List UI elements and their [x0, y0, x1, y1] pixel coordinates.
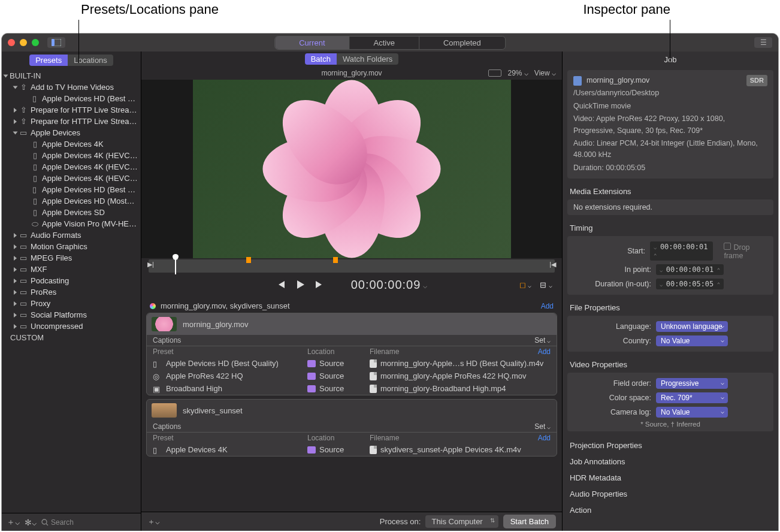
toggle-sidebar-button[interactable]: [47, 37, 65, 48]
preset-ad4khevc2[interactable]: ▯Apple Devices 4K (HEVC…: [2, 161, 141, 173]
section-action[interactable]: Action: [563, 502, 778, 518]
view-menu[interactable]: View ⌵: [534, 69, 556, 77]
group-uncomp[interactable]: ▭Uncompressed: [2, 321, 141, 332]
tab-presets[interactable]: Presets: [29, 55, 68, 66]
tab-batch[interactable]: Batch: [305, 53, 337, 65]
add-preset-button[interactable]: ＋⌵: [7, 517, 20, 528]
start-value[interactable]: 00:00:00:01: [650, 241, 713, 261]
add-job-link[interactable]: Add: [541, 302, 554, 310]
group-custom[interactable]: CUSTOM: [2, 332, 141, 343]
folder-icon: [307, 373, 316, 380]
job-card[interactable]: morning_glory.mov CaptionsSet Preset Loc…: [146, 313, 557, 395]
job-title-row[interactable]: morning_glory.mov: [147, 313, 557, 335]
inpoint-value[interactable]: 00:00:00:01: [656, 264, 724, 275]
group-audio[interactable]: ▭Audio Formats: [2, 229, 141, 241]
language-select[interactable]: Unknown language: [656, 321, 728, 332]
add-output-link[interactable]: Add: [538, 434, 551, 442]
output-row[interactable]: ▯Apple Devices HD (Best Quality) Source …: [147, 357, 557, 370]
caption-menu-button[interactable]: ⊟ ⌵: [540, 280, 552, 289]
transport-bar: 00:00:00:09⌵ ◻ ⌵ ⊟ ⌵: [141, 273, 562, 297]
preset-ad4k[interactable]: ▯Apple Devices 4K: [2, 138, 141, 150]
group-prores[interactable]: ▭ProRes: [2, 286, 141, 298]
group-social[interactable]: ▭Social Platforms: [2, 309, 141, 321]
duration-value[interactable]: 00:00:05:05: [656, 279, 724, 289]
search-input[interactable]: Search: [41, 518, 136, 527]
preset-adhdbest[interactable]: ▯Apple Devices HD (Best Q…: [2, 184, 141, 195]
section-job-annotations[interactable]: Job Annotations: [563, 454, 778, 470]
preset-add-tv-hd[interactable]: ▯Apple Devices HD (Best Q…: [2, 93, 141, 104]
search-placeholder: Search: [51, 518, 74, 527]
batch-title: morning_glory.mov, skydivers_sunset: [161, 301, 290, 310]
process-on-select[interactable]: This Computer: [425, 515, 498, 528]
section-file-properties[interactable]: File Properties: [563, 301, 778, 315]
captions-set-menu[interactable]: Set: [534, 336, 551, 344]
minimize-icon[interactable]: [20, 39, 27, 46]
group-mxf[interactable]: ▭MXF: [2, 264, 141, 275]
drop-frame-checkbox[interactable]: [724, 243, 731, 250]
job-title-row[interactable]: skydivers_sunset: [147, 400, 557, 421]
section-hdr-metadata[interactable]: HDR Metadata: [563, 470, 778, 486]
tab-completed[interactable]: Completed: [419, 37, 505, 49]
camera-log-select[interactable]: No Value: [656, 407, 728, 418]
preview-viewport[interactable]: [141, 80, 562, 258]
group-podcasting[interactable]: ▭Podcasting: [2, 275, 141, 286]
add-batch-button[interactable]: ＋⌵: [147, 516, 160, 527]
preset-ad4khevc1[interactable]: ▯Apple Devices 4K (HEVC…: [2, 150, 141, 161]
group-proxy[interactable]: ▭Proxy: [2, 298, 141, 309]
prores-icon: ◎: [153, 372, 161, 380]
output-row[interactable]: ◎Apple ProRes 422 HQ Source morning_glor…: [147, 370, 557, 382]
out-point-icon[interactable]: |◀: [549, 261, 556, 268]
preset-adsd[interactable]: ▯Apple Devices SD: [2, 207, 141, 218]
job-card[interactable]: skydivers_sunset CaptionsSet Preset Loca…: [146, 399, 557, 457]
preset-avp[interactable]: ⬭Apple Vision Pro (MV-HE…: [2, 218, 141, 229]
group-motion[interactable]: ▭Motion Graphics: [2, 241, 141, 252]
playhead[interactable]: [175, 258, 176, 274]
tab-current[interactable]: Current: [275, 37, 349, 49]
annotation-right: Inspector pane: [583, 2, 670, 17]
toggle-inspector-button[interactable]: ☰: [754, 37, 772, 48]
tab-locations[interactable]: Locations: [68, 55, 113, 66]
compare-icon[interactable]: [488, 69, 501, 77]
preset-http1[interactable]: ⇧Prepare for HTTP Live Strea…: [2, 104, 141, 116]
section-video-properties[interactable]: Video Properties: [563, 358, 778, 371]
add-output-link[interactable]: Add: [538, 347, 551, 356]
timecode-display[interactable]: 00:00:00:09⌵: [351, 277, 428, 292]
folder-icon: ▭: [19, 311, 28, 319]
mp4-icon: ▣: [153, 385, 161, 393]
preset-adhdmost[interactable]: ▯Apple Devices HD (Most…: [2, 195, 141, 207]
preset-ad4khevc3[interactable]: ▯Apple Devices 4K (HEVC…: [2, 173, 141, 184]
country-select[interactable]: No Value: [656, 335, 728, 346]
tab-watch-folders[interactable]: Watch Folders: [337, 53, 398, 65]
group-apple-devices[interactable]: ▭Apple Devices: [2, 127, 141, 138]
section-audio-properties[interactable]: Audio Properties: [563, 486, 778, 502]
file-video: Video: Apple ProRes 422 Proxy, 1920 x 10…: [573, 113, 767, 137]
field-order-select[interactable]: Progressive: [656, 378, 728, 389]
group-built-in[interactable]: BUILT-IN: [2, 70, 141, 81]
marker-icon[interactable]: [246, 257, 251, 263]
zoom-icon[interactable]: [32, 39, 39, 46]
zoom-menu[interactable]: 29% ⌵: [507, 69, 528, 77]
preset-action-button[interactable]: ✻⌵: [25, 518, 37, 527]
timeline-scrubber[interactable]: ▶| |◀: [149, 259, 555, 273]
tab-active[interactable]: Active: [350, 37, 419, 49]
color-space-select[interactable]: Rec. 709*: [656, 392, 728, 403]
marker-menu-button[interactable]: ◻ ⌵: [519, 280, 532, 289]
output-row[interactable]: ▣Broadband High Source morning_glory-Bro…: [147, 382, 557, 395]
play-button[interactable]: [295, 279, 306, 290]
output-row[interactable]: ▯Apple Devices 4K Source skydivers_sunse…: [147, 443, 557, 456]
media-extensions-body: No extensions required.: [567, 200, 773, 215]
marker-icon[interactable]: [333, 257, 338, 263]
captions-set-menu[interactable]: Set: [534, 422, 551, 431]
next-button[interactable]: [314, 279, 325, 290]
in-point-icon[interactable]: ▶|: [147, 261, 154, 268]
preset-http2[interactable]: ⇧Prepare for HTTP Live Strea…: [2, 116, 141, 127]
close-icon[interactable]: [8, 39, 15, 46]
prev-button[interactable]: [276, 279, 286, 290]
section-media-extensions[interactable]: Media Extensions: [563, 185, 778, 198]
section-timing[interactable]: Timing: [563, 221, 778, 235]
section-projection[interactable]: Projection Properties: [563, 437, 778, 454]
inspector-tab-job[interactable]: Job: [563, 52, 778, 68]
group-mpeg[interactable]: ▭MPEG Files: [2, 252, 141, 264]
preset-add-tv[interactable]: ⇧Add to TV Home Videos: [2, 81, 141, 93]
start-batch-button[interactable]: Start Batch: [503, 515, 556, 528]
